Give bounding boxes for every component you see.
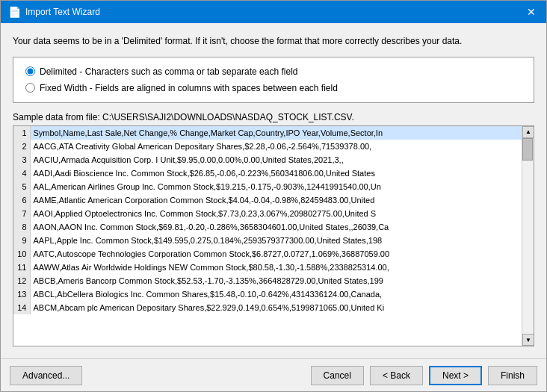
scroll-down-button[interactable]: ▼ (522, 334, 534, 346)
row-data: ABCM,Abcam plc American Depositary Share… (30, 301, 534, 314)
row-data: ABCB,Ameris Bancorp Common Stock,$52.53,… (30, 274, 534, 287)
title-bar: 📄 Import Text Wizard ✕ (1, 1, 546, 23)
delimited-radio[interactable] (25, 66, 35, 76)
data-table-scroll[interactable]: 1Symbol,Name,Last Sale,Net Change,% Chan… (13, 126, 534, 346)
row-data: AACG,ATA Creativity Global American Depo… (30, 140, 534, 153)
finish-button[interactable]: Finish (488, 366, 537, 385)
row-data: AAL,American Airlines Group Inc. Common … (30, 180, 534, 193)
bottom-left-buttons: Advanced... (10, 366, 82, 385)
table-row: 6AAME,Atlantic American Corporation Comm… (13, 193, 534, 207)
data-preview-table: 1Symbol,Name,Last Sale,Net Change,% Chan… (13, 126, 534, 314)
back-button[interactable]: < Back (370, 366, 423, 385)
row-data: AACIU,Armada Acquisition Corp. I Unit,$9… (30, 153, 534, 167)
table-row: 13ABCL,AbCellera Biologics Inc. Common S… (13, 287, 534, 301)
row-data: AAWW,Atlas Air Worldwide Holdings NEW Co… (30, 261, 534, 274)
row-number: 3 (13, 153, 30, 167)
row-data: AADI,Aadi Bioscience Inc. Common Stock,$… (30, 167, 534, 180)
close-button[interactable]: ✕ (524, 4, 539, 19)
cancel-button[interactable]: Cancel (311, 366, 364, 385)
scroll-up-button[interactable]: ▲ (522, 126, 534, 138)
description-text: Your data seems to be in a 'Delimited' f… (13, 35, 534, 48)
table-row: 4AADI,Aadi Bioscience Inc. Common Stock,… (13, 167, 534, 180)
data-source-label: Sample data from file: C:\USERS\SAJI2\DO… (13, 112, 534, 122)
row-data: ABCL,AbCellera Biologics Inc. Common Sha… (30, 287, 534, 301)
table-row: 2AACG,ATA Creativity Global American Dep… (13, 140, 534, 153)
vertical-scrollbar[interactable]: ▲ ▼ (522, 126, 534, 346)
wizard-icon: 📄 (8, 6, 21, 18)
row-number: 12 (13, 274, 30, 287)
title-bar-left: 📄 Import Text Wizard (8, 6, 100, 18)
row-number: 13 (13, 287, 30, 301)
dialog-title: Import Text Wizard (25, 7, 100, 17)
bottom-bar: Advanced... Cancel < Back Next > Finish (1, 358, 546, 391)
row-number: 14 (13, 301, 30, 314)
row-number: 9 (13, 234, 30, 247)
table-row: 14ABCM,Abcam plc American Depositary Sha… (13, 301, 534, 314)
row-data: AAPL,Apple Inc. Common Stock,$149.595,0.… (30, 234, 534, 247)
table-row: 7AAOI,Applied Optoelectronics Inc. Commo… (13, 207, 534, 220)
row-number: 7 (13, 207, 30, 220)
bottom-right-buttons: Cancel < Back Next > Finish (311, 366, 537, 385)
scroll-track[interactable] (522, 138, 534, 334)
scroll-thumb[interactable] (522, 138, 533, 161)
row-data: AATC,Autoscope Technologies Corporation … (30, 247, 534, 261)
table-row: 9AAPL,Apple Inc. Common Stock,$149.595,0… (13, 234, 534, 247)
row-number: 1 (13, 126, 30, 140)
table-row: 11AAWW,Atlas Air Worldwide Holdings NEW … (13, 261, 534, 274)
fixed-width-label: Fixed Width - Fields are aligned in colu… (40, 83, 338, 93)
row-number: 11 (13, 261, 30, 274)
data-preview-section: Sample data from file: C:\USERS\SAJI2\DO… (13, 112, 534, 346)
row-number: 8 (13, 220, 30, 234)
row-data: AAME,Atlantic American Corporation Commo… (30, 193, 534, 207)
dialog-content: Your data seems to be in a 'Delimited' f… (1, 23, 546, 358)
row-number: 6 (13, 193, 30, 207)
table-row: 3AACIU,Armada Acquisition Corp. I Unit,$… (13, 153, 534, 167)
next-button[interactable]: Next > (429, 366, 482, 385)
table-row: 10AATC,Autoscope Technologies Corporatio… (13, 247, 534, 261)
advanced-button[interactable]: Advanced... (10, 366, 82, 385)
row-data: Symbol,Name,Last Sale,Net Change,% Chang… (30, 126, 534, 140)
row-number: 10 (13, 247, 30, 261)
row-number: 4 (13, 167, 30, 180)
row-number: 5 (13, 180, 30, 193)
table-row: 12ABCB,Ameris Bancorp Common Stock,$52.5… (13, 274, 534, 287)
table-row: 1Symbol,Name,Last Sale,Net Change,% Chan… (13, 126, 534, 140)
table-row: 5AAL,American Airlines Group Inc. Common… (13, 180, 534, 193)
fixed-width-radio[interactable] (25, 83, 35, 93)
delimited-option[interactable]: Delimited - Characters such as comma or … (25, 66, 522, 77)
row-number: 2 (13, 140, 30, 153)
delimited-label: Delimited - Characters such as comma or … (40, 66, 298, 77)
fixed-width-option[interactable]: Fixed Width - Fields are aligned in colu… (25, 83, 522, 93)
format-options-box: Delimited - Characters such as comma or … (13, 57, 534, 103)
data-preview-wrapper: 1Symbol,Name,Last Sale,Net Change,% Chan… (13, 125, 534, 346)
import-wizard-dialog: 📄 Import Text Wizard ✕ Your data seems t… (0, 0, 547, 392)
row-data: AAON,AAON Inc. Common Stock,$69.81,-0.20… (30, 220, 534, 234)
table-row: 8AAON,AAON Inc. Common Stock,$69.81,-0.2… (13, 220, 534, 234)
row-data: AAOI,Applied Optoelectronics Inc. Common… (30, 207, 534, 220)
